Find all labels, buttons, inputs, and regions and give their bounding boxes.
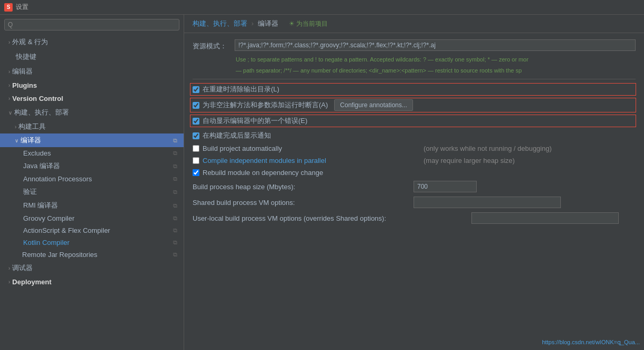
sidebar-item-build-exec-deploy[interactable]: ∨ 构建、执行、部署 (0, 105, 184, 120)
copy-icon: ⧉ (173, 251, 177, 258)
sidebar-item-label: 编辑器 (12, 67, 33, 76)
breadcrumb-compiler: 编译器 (258, 19, 278, 27)
sidebar-item-excludes[interactable]: Excludes ⧉ (0, 147, 184, 159)
checkbox-rebuild-dependency[interactable] (193, 169, 199, 176)
heap-size-input[interactable] (414, 181, 477, 192)
sidebar-item-editor[interactable]: › 编辑器 (0, 64, 184, 79)
checkbox-show-notification[interactable] (193, 132, 199, 139)
checkbox-row-show-first-error: 自动显示编辑器中的第一个错误(E) (190, 115, 636, 127)
resource-mode-label: 资源模式： (193, 39, 235, 51)
for-current-project-btn[interactable]: ☀ 为当前项目 (289, 19, 328, 28)
sidebar-item-actionscript-compiler[interactable]: ActionScript & Flex Compiler ⧉ (0, 224, 184, 236)
title-bar: S 设置 (0, 0, 644, 15)
label-compile-parallel: Compile independent modules in parallel (203, 157, 424, 164)
sidebar-item-version-control[interactable]: › Version Control (0, 92, 184, 105)
chevron-right-icon: › (8, 279, 10, 285)
main-container: Q › 外观 & 行为 快捷键 › 编辑器 › Plugins › Versio… (0, 15, 644, 350)
checkbox-label-clear-output: 在重建时清除输出目录(L) (203, 85, 279, 94)
chevron-right-icon: › (15, 124, 16, 130)
content-body: 资源模式： Use ; to separate patterns and ! t… (184, 33, 644, 234)
sidebar-item-shortcuts[interactable]: 快捷键 (0, 49, 184, 64)
chevron-right-icon: › (8, 96, 10, 101)
sidebar-item-label: 构建工具 (18, 122, 46, 131)
sidebar-item-remote-jar[interactable]: Remote Jar Repositories ⧉ (0, 249, 184, 261)
copy-icon: ⧉ (173, 163, 177, 170)
copy-icon: ⧉ (173, 239, 177, 246)
copy-icon: ⧉ (173, 189, 177, 195)
checkbox-show-first-error[interactable] (193, 118, 199, 125)
sidebar-item-label: Groovy Compiler (23, 214, 75, 222)
for-current-label: 为当前项目 (296, 20, 328, 27)
checkbox-label-show-notification: 在构建完成后显示通知 (203, 131, 271, 140)
checkbox-label-show-first-error: 自动显示编辑器中的第一个错误(E) (203, 116, 307, 126)
user-local-vm-row: User-local build process VM options (ove… (193, 212, 636, 224)
chevron-down-icon: ∨ (15, 138, 18, 143)
chevron-right-icon: › (8, 83, 10, 88)
breadcrumb-build[interactable]: 构建、执行、部署 (193, 19, 247, 27)
sidebar-item-label: ActionScript & Flex Compiler (23, 227, 110, 234)
title-bar-text: 设置 (16, 3, 28, 12)
sidebar-item-validation[interactable]: 验证 ⧉ (0, 185, 184, 199)
hint-build-auto: (only works while not running / debuggin… (424, 145, 552, 152)
breadcrumb: 构建、执行、部署 › 编译器 (193, 19, 278, 28)
copy-icon: ⧉ (173, 137, 177, 144)
sidebar-item-annotation-processors[interactable]: Annotation Processors ⧉ (0, 173, 184, 185)
content-panel: 构建、执行、部署 › 编译器 ☀ 为当前项目 资源模式： Use ; to se… (184, 15, 644, 350)
sidebar-item-label: Version Control (12, 95, 63, 102)
label-rebuild-dependency: Rebuild module on dependency change (203, 169, 424, 177)
hint1-text: Use ; to separate patterns and ! to nega… (236, 56, 528, 63)
sidebar-item-label: Remote Jar Repositories (22, 251, 97, 259)
sidebar-item-kotlin-compiler[interactable]: Kotlin Compiler ⧉ (0, 236, 184, 249)
copy-icon: ⧉ (173, 215, 177, 222)
bottom-link[interactable]: https://blog.csdn.net/wIONK=ꝗ_Qua... (542, 339, 640, 346)
sidebar-item-label: 快捷键 (16, 52, 36, 61)
sidebar-item-label: Excludes (23, 149, 51, 157)
hint-text-2: — path separator; /**/ — any number of d… (236, 66, 636, 75)
hint-text-1: Use ; to separate patterns and ! to nega… (236, 55, 636, 64)
checkbox-row-runtime-assertions: 为非空注解方法和参数添加运行时断言(A) Configure annotatio… (190, 98, 636, 112)
copy-icon: ⧉ (173, 202, 177, 209)
option-row-compile-parallel: Compile independent modules in parallel … (193, 157, 636, 164)
sidebar-item-build-tools[interactable]: › 构建工具 (0, 120, 184, 133)
app-icon: S (4, 3, 13, 12)
sidebar-item-groovy-compiler[interactable]: Groovy Compiler ⧉ (0, 212, 184, 224)
search-box[interactable]: Q (4, 19, 179, 30)
sidebar-item-debugger[interactable]: › 调试器 (0, 261, 184, 275)
sidebar-item-java-compiler[interactable]: Java 编译器 ⧉ (0, 159, 184, 173)
option-row-rebuild-dependency: Rebuild module on dependency change (193, 169, 636, 177)
shared-vm-input[interactable] (414, 197, 561, 208)
checkbox-row-clear-output: 在重建时清除输出目录(L) (190, 84, 636, 95)
search-icon: Q (8, 21, 13, 28)
sidebar-item-plugins[interactable]: › Plugins (0, 79, 184, 92)
sidebar-item-label: 编译器 (21, 136, 41, 145)
configure-annotations-button[interactable]: Configure annotations... (334, 99, 412, 111)
shared-vm-label: Shared build process VM options: (193, 199, 414, 207)
resource-mode-input[interactable] (235, 39, 636, 51)
label-build-auto: Build project automatically (203, 145, 424, 152)
sidebar-item-label: 调试器 (12, 263, 33, 273)
user-local-vm-label: User-local build process VM options (ove… (193, 214, 471, 222)
checkbox-runtime-assertions[interactable] (193, 102, 199, 109)
user-local-vm-input[interactable] (471, 212, 619, 224)
sidebar: Q › 外观 & 行为 快捷键 › 编辑器 › Plugins › Versio… (0, 15, 184, 350)
sidebar-item-deployment[interactable]: › Deployment (0, 275, 184, 289)
heap-size-label: Build process heap size (Mbytes): (193, 183, 414, 191)
checkbox-row-show-notification: 在构建完成后显示通知 (193, 130, 636, 141)
search-input[interactable] (15, 21, 176, 28)
sidebar-item-label: Java 编译器 (23, 161, 60, 171)
sidebar-item-label: Deployment (12, 278, 51, 286)
for-current-icon: ☀ (289, 20, 295, 27)
shared-vm-row: Shared build process VM options: (193, 197, 636, 208)
sidebar-item-compiler[interactable]: ∨ 编译器 ⧉ (0, 133, 184, 147)
sidebar-item-appearance[interactable]: › 外观 & 行为 (0, 35, 184, 49)
checkbox-compile-parallel[interactable] (193, 157, 199, 164)
chevron-down-icon: ∨ (8, 110, 12, 116)
sidebar-item-label: 构建、执行、部署 (14, 108, 69, 117)
checkbox-build-auto[interactable] (193, 145, 199, 152)
hint2-text: — path separator; /**/ — any number of d… (236, 67, 522, 74)
sidebar-item-label: 验证 (23, 187, 37, 197)
sidebar-item-rmi-compiler[interactable]: RMI 编译器 ⧉ (0, 199, 184, 212)
breadcrumb-separator: › (251, 19, 254, 27)
sidebar-item-label: RMI 编译器 (23, 201, 58, 210)
checkbox-clear-output[interactable] (193, 86, 199, 93)
